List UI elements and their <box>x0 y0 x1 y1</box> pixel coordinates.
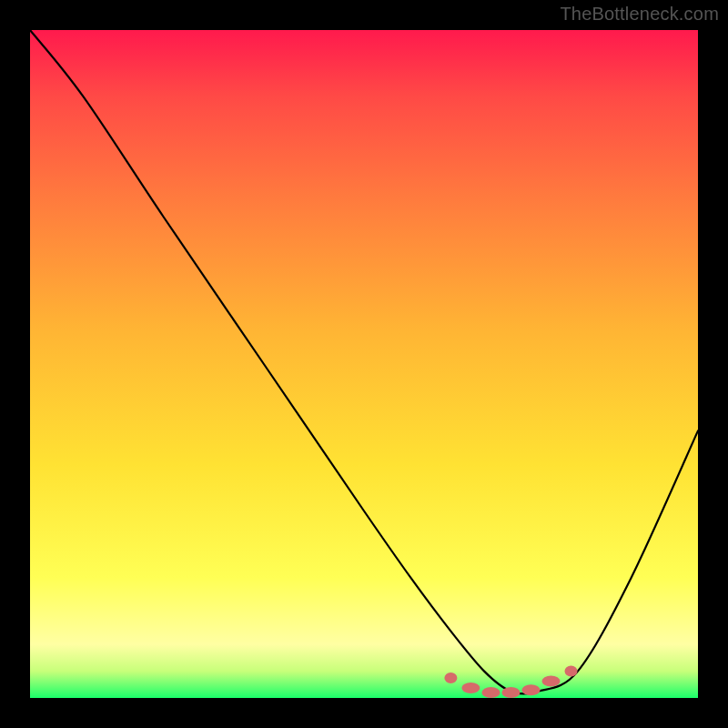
bottleneck-chart <box>30 30 698 698</box>
watermark-text: TheBottleneck.com <box>560 4 719 25</box>
sweet-spot-marker <box>444 672 457 683</box>
bottleneck-curve-path <box>30 30 698 693</box>
sweet-spot-marker <box>461 682 480 693</box>
sweet-spot-marker <box>565 666 578 677</box>
sweet-spot-marker <box>482 687 500 698</box>
sweet-spot-markers <box>444 666 577 699</box>
plot-gradient-area <box>30 30 698 698</box>
outer-frame: TheBottleneck.com <box>0 0 728 728</box>
sweet-spot-marker <box>522 684 541 695</box>
sweet-spot-marker <box>502 687 521 698</box>
sweet-spot-marker <box>542 676 561 687</box>
